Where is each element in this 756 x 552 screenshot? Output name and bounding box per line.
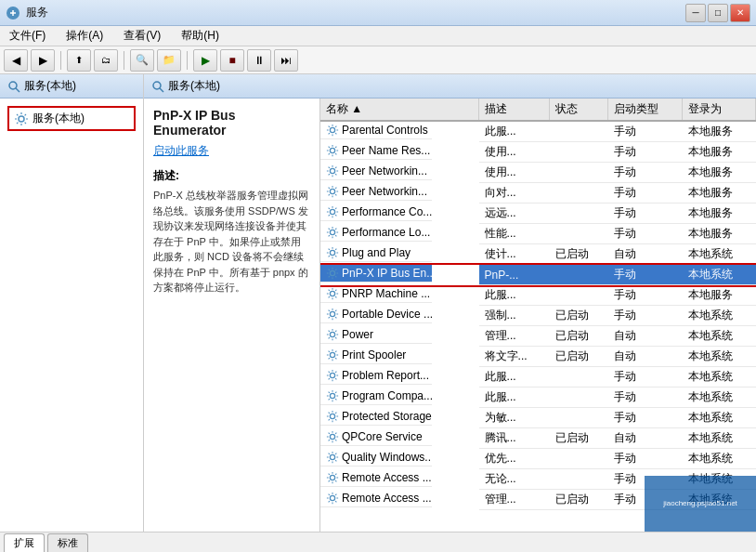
table-row[interactable]: QPCore Service 腾讯... 已启动 自动 本地系统 <box>320 428 756 449</box>
cell-status <box>550 367 608 388</box>
cell-startup: 自动 <box>608 347 683 367</box>
search-button[interactable]: 🔍 <box>130 49 154 72</box>
table-pane[interactable]: 名称 ▲ 描述 状态 启动类型 登录为 Parental Controls 此服… <box>320 99 756 532</box>
col-desc[interactable]: 描述 <box>479 99 550 121</box>
start-service-link[interactable]: 启动此服务 <box>153 143 310 159</box>
cell-login: 本地服务 <box>683 204 756 224</box>
svg-point-7 <box>330 148 334 152</box>
cell-startup: 手动 <box>608 367 683 388</box>
cell-startup: 手动 <box>608 469 683 490</box>
table-row[interactable]: Peer Networkin... 使用... 手动 本地服务 <box>320 163 756 183</box>
left-panel-content: 服务(本地) <box>0 99 143 532</box>
table-row[interactable]: PnP-X IP Bus En... PnP-... 手动 本地系统 <box>320 265 756 285</box>
cell-login: 本地系统 <box>683 449 756 469</box>
svg-point-1 <box>9 82 17 89</box>
cell-name: Peer Networkin... <box>320 163 432 180</box>
table-row[interactable]: Plug and Play 使计... 已启动 自动 本地系统 <box>320 244 756 265</box>
maximize-button[interactable]: □ <box>708 4 728 22</box>
col-name[interactable]: 名称 ▲ <box>320 99 479 121</box>
cell-status <box>550 121 608 142</box>
folder-button[interactable]: 📁 <box>157 49 181 72</box>
cell-startup: 手动 <box>608 163 683 183</box>
svg-point-12 <box>330 250 334 255</box>
cell-desc: 使计... <box>479 244 550 265</box>
cell-status <box>550 408 608 428</box>
table-row[interactable]: Program Compa... 此服... 手动 本地系统 <box>320 388 756 408</box>
restart-button[interactable]: ⏭ <box>274 49 298 72</box>
table-row[interactable]: Peer Name Res... 使用... 手动 本地服务 <box>320 142 756 163</box>
svg-point-15 <box>330 311 334 316</box>
cell-desc: 腾讯... <box>479 428 550 449</box>
back-button[interactable]: ◀ <box>4 49 28 72</box>
table-row[interactable]: Remote Access ... 无论... 手动 本地系统 <box>320 469 756 490</box>
gear-icon-left <box>14 112 29 126</box>
cell-login: 本地系统 <box>683 408 756 428</box>
cell-name: Remote Access ... <box>320 469 432 487</box>
col-startup[interactable]: 启动类型 <box>608 99 683 121</box>
cell-status <box>550 388 608 408</box>
cell-desc: 无论... <box>479 469 550 490</box>
cell-name: Peer Name Res... <box>320 142 432 160</box>
svg-point-24 <box>330 495 334 500</box>
svg-point-20 <box>330 414 334 418</box>
table-row[interactable]: Quality Windows... 优先... 手动 本地系统 <box>320 449 756 469</box>
svg-point-16 <box>330 332 334 336</box>
table-row[interactable]: Problem Report... 此服... 手动 本地系统 <box>320 367 756 388</box>
minimize-button[interactable]: ─ <box>685 4 706 22</box>
show-button[interactable]: 🗂 <box>94 49 118 72</box>
table-row[interactable]: Protected Storage 为敏... 手动 本地系统 <box>320 408 756 428</box>
table-row[interactable]: Performance Co... 远远... 手动 本地服务 <box>320 204 756 224</box>
tab-standard[interactable]: 标准 <box>47 533 88 552</box>
cell-startup: 手动 <box>608 183 683 204</box>
col-status[interactable]: 状态 <box>550 99 608 121</box>
cell-name: Power <box>320 326 432 344</box>
search-icon-right <box>151 80 164 93</box>
tab-extended[interactable]: 扩展 <box>4 533 45 552</box>
cell-status <box>550 163 608 183</box>
menu-file[interactable]: 文件(F) <box>4 26 51 46</box>
service-name-title: PnP-X IP Bus Enumerator <box>153 108 310 138</box>
menu-help[interactable]: 帮助(H) <box>176 26 225 46</box>
menu-view[interactable]: 查看(V) <box>118 26 166 46</box>
search-icon <box>7 80 20 93</box>
cell-login: 本地系统 <box>683 469 756 490</box>
cell-name: Remote Access ... <box>320 490 432 507</box>
close-button[interactable]: ✕ <box>730 4 750 22</box>
cell-name: Performance Lo... <box>320 224 432 242</box>
menu-action[interactable]: 操作(A) <box>60 26 109 46</box>
table-row[interactable]: PNRP Machine ... 此服... 手动 本地服务 <box>320 285 756 306</box>
cell-login: 本地系统 <box>683 347 756 367</box>
table-row[interactable]: Power 管理... 已启动 自动 本地系统 <box>320 326 756 347</box>
pause-button[interactable]: ⏸ <box>247 49 271 72</box>
toolbar-separator-2 <box>124 51 124 70</box>
table-row[interactable]: Parental Controls 此服... 手动 本地服务 <box>320 121 756 142</box>
col-login[interactable]: 登录为 <box>683 99 756 121</box>
cell-startup: 手动 <box>608 142 683 163</box>
cell-status: 已启动 <box>550 347 608 367</box>
cell-startup: 手动 <box>608 449 683 469</box>
table-row[interactable]: Print Spooler 将文字... 已启动 自动 本地系统 <box>320 347 756 367</box>
up-button[interactable]: ⬆ <box>67 49 91 72</box>
cell-name: Quality Windows... <box>320 449 432 467</box>
stop-button[interactable]: ■ <box>220 49 244 72</box>
svg-point-11 <box>330 230 334 234</box>
cell-login: 本地服务 <box>683 142 756 163</box>
table-row[interactable]: Remote Access ... 管理... 已启动 手动 本地系统 <box>320 490 756 510</box>
cell-desc: PnP-... <box>479 265 550 285</box>
left-header-label: 服务(本地) <box>24 78 76 94</box>
cell-startup: 手动 <box>608 224 683 244</box>
table-row[interactable]: Portable Device ... 强制... 已启动 手动 本地系统 <box>320 306 756 326</box>
service-local-item[interactable]: 服务(本地) <box>7 106 136 131</box>
svg-point-23 <box>330 475 334 480</box>
cell-status: 已启动 <box>550 490 608 510</box>
table-row[interactable]: Performance Lo... 性能... 手动 本地服务 <box>320 224 756 244</box>
table-row[interactable]: Peer Networkin... 向对... 手动 本地服务 <box>320 183 756 204</box>
play-button[interactable]: ▶ <box>193 49 217 72</box>
forward-button[interactable]: ▶ <box>31 49 55 72</box>
svg-point-9 <box>330 189 334 193</box>
cell-startup: 手动 <box>608 408 683 428</box>
cell-name: PNRP Machine ... <box>320 285 432 303</box>
cell-startup: 自动 <box>608 428 683 449</box>
svg-point-13 <box>330 270 334 275</box>
cell-login: 本地服务 <box>683 183 756 204</box>
